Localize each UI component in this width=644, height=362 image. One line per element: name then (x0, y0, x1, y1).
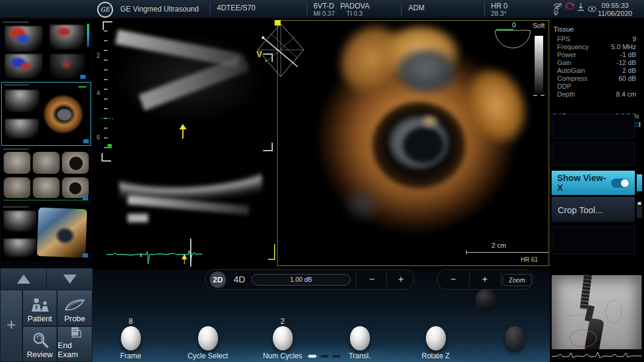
knob-cap[interactable] (121, 326, 141, 350)
add-button[interactable]: + (0, 290, 22, 362)
knob-value (414, 317, 457, 326)
zoom-group: − + Zoom (437, 269, 533, 290)
roi-bracket (101, 153, 111, 162)
parameter-row: Depth8.4 cm (550, 90, 642, 98)
render-mode-label: Soft (533, 22, 545, 29)
parameter-row: AutoGain2 dB (550, 67, 642, 75)
knob-cap[interactable] (350, 326, 370, 350)
fluoro-reference-image[interactable] (552, 275, 642, 361)
trackball[interactable] (475, 289, 497, 311)
crop-tool-edge-tab (637, 201, 642, 218)
parameter-row: FPS9 (550, 35, 642, 43)
clipboard-sidebar (0, 18, 92, 269)
thumb-caption-strip (3, 21, 29, 23)
knob-cap[interactable] (198, 326, 218, 350)
institution-name: PADOVA (340, 2, 369, 10)
zoom-minus-button[interactable]: − (440, 270, 467, 289)
gain-minus-button[interactable]: − (358, 270, 385, 289)
parameter-row: Power-1 dB (550, 51, 642, 59)
gain-slider[interactable]: 1.00 dB (252, 274, 351, 285)
knob-cap[interactable] (505, 326, 525, 350)
clip-type-badge (83, 253, 88, 258)
ti-value: TI 0.3 (346, 10, 363, 17)
menu-page-dots[interactable] (308, 355, 341, 358)
depth-ruler (104, 30, 108, 149)
knob-label: Num Cycles (261, 352, 304, 360)
scale-label: 2 cm (492, 242, 506, 249)
show-view-x-toggle[interactable] (611, 179, 629, 188)
zoom-button[interactable]: Zoom (502, 274, 532, 286)
show-view-x-label: Show View-X (557, 173, 611, 193)
thumbnail-scroll-up-button[interactable] (0, 268, 47, 290)
3d-render-view[interactable]: Soft 0 2 cm HR 61 (277, 20, 549, 266)
patient-button[interactable]: Patient (22, 290, 57, 326)
gain-plus-button[interactable]: + (388, 270, 414, 289)
review-button[interactable]: Review (22, 326, 57, 362)
knob-num-cycles[interactable]: 2 Num Cycles (261, 317, 304, 360)
mode-4d-button[interactable]: 4D (230, 270, 249, 289)
parameter-row: Gain-12 dB (550, 59, 642, 67)
soft-menu-slot (552, 114, 635, 138)
clip-type-badge (83, 139, 89, 143)
show-view-x-button[interactable]: Show View-X (552, 171, 635, 195)
divider (401, 2, 402, 16)
zoom-plus-button[interactable]: + (471, 270, 498, 289)
network-transfer-icon (565, 2, 575, 13)
roi-bracket (263, 143, 273, 151)
cine-cursor[interactable] (190, 239, 191, 267)
soft-menu-slot (552, 227, 635, 254)
page-dot-active[interactable] (308, 355, 317, 358)
2d-image-view[interactable]: 2 4 6 (94, 18, 277, 269)
patient-icon (30, 298, 50, 312)
brand-title: GE Vingmed Ultrasound (120, 5, 199, 13)
heart-rate: HR 0 (491, 2, 507, 10)
soft-menu-slot (552, 142, 635, 165)
orientation-cube[interactable]: V (255, 22, 307, 79)
focus-marker[interactable] (108, 144, 112, 148)
up-arrow-icon (17, 275, 30, 284)
crop-tool-button[interactable]: Crop Tool... (552, 197, 635, 222)
divider (307, 2, 307, 16)
clock-date: 11/06/2020 (598, 10, 632, 17)
clip-thumbnail-slice-grid[interactable] (1, 147, 91, 203)
knob-cycle-select[interactable]: Cycle Select (187, 317, 229, 360)
page-dot[interactable] (320, 355, 329, 358)
mode-2d-button[interactable]: 2D (210, 272, 226, 288)
pointer-arrow (179, 124, 187, 129)
knob-label: Rotate Z (414, 352, 457, 360)
probe-button[interactable]: Probe (57, 290, 92, 326)
clip-thumbnail-4d-selected[interactable] (1, 82, 91, 146)
end-exam-button[interactable]: End Exam (57, 326, 92, 362)
clip-thumbnail-4d-crop[interactable] (1, 205, 91, 261)
ecg-trace (106, 230, 277, 266)
mode-title: Tissue (553, 26, 574, 33)
knob-value (187, 317, 229, 326)
pointer-arrow-stem (182, 129, 183, 138)
ge-logo: GE (97, 2, 113, 18)
probe-name: 6VT-D (313, 2, 334, 10)
knob-frame[interactable]: 8 Frame (109, 317, 152, 360)
divider (210, 2, 210, 16)
parameter-row: Frequency5.0 MHz (550, 43, 642, 51)
thumb-caption-strip (4, 84, 29, 86)
parameter-row: Compress60 dB (550, 75, 642, 83)
end-exam-label: End Exam (58, 341, 92, 359)
knob-label: Frame (109, 352, 152, 360)
knob-unassigned[interactable] (493, 317, 536, 352)
page-dot[interactable] (332, 355, 341, 358)
focus-depth-line (100, 118, 114, 119)
knob-label: Cycle Select (187, 352, 229, 360)
probe-temperature: 28.3° (491, 10, 507, 17)
ruler-label: 6 (97, 134, 100, 141)
rotation-gauge (492, 27, 534, 52)
eye-icon (587, 4, 597, 15)
knob-rotate-z[interactable]: Rotate Z (414, 317, 457, 360)
export-download-icon (577, 2, 584, 13)
knob-cap[interactable] (426, 326, 446, 350)
thumbnail-scroll-down-button[interactable] (46, 268, 93, 290)
probe-label: Probe (64, 314, 86, 323)
knob-translate[interactable]: Transl. (338, 317, 381, 360)
clip-type-badge (80, 75, 86, 79)
knob-cap[interactable] (273, 326, 293, 350)
clip-thumbnail-doppler-quad[interactable] (1, 20, 91, 81)
